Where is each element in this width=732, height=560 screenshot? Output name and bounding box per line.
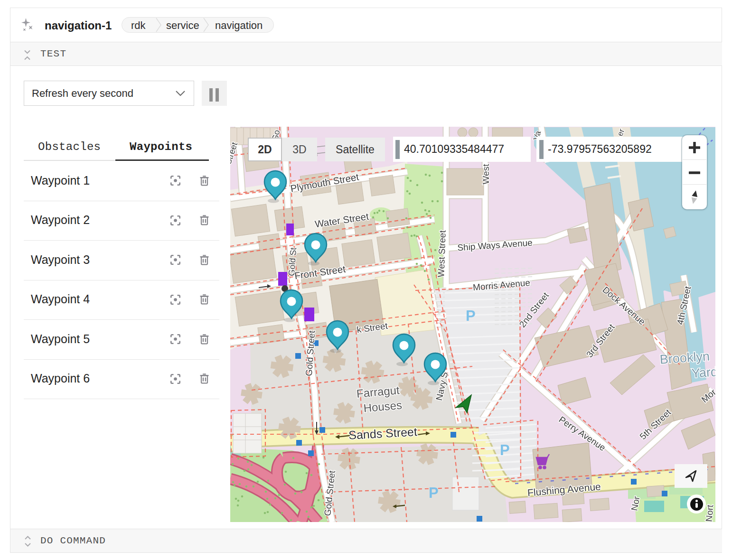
svg-text:P: P [429,485,439,501]
svg-text:Yard: Yard [691,364,715,381]
svg-text:P: P [466,308,476,324]
svg-text:P: P [500,442,510,458]
svg-text:West Street: West Street [436,230,447,277]
svg-text:West: West [481,164,491,185]
